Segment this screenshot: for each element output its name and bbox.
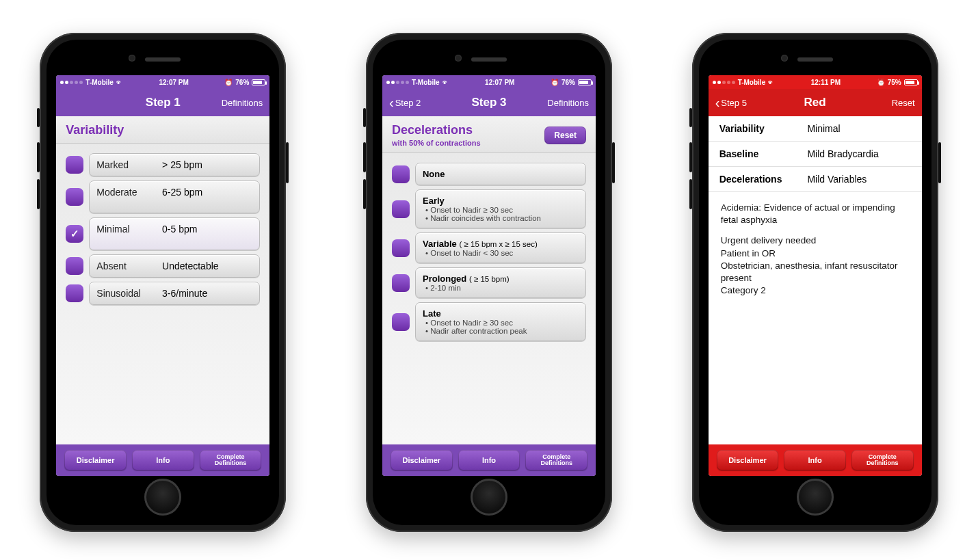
nav-definitions-button[interactable]: Definitions (536, 98, 589, 108)
phone-frame-2: T-Mobile ᯤ 12:07 PM ⏰ 76% ‹ Step 2 (366, 33, 612, 532)
option-variable[interactable]: Variable ( ≥ 15 bpm x ≥ 15 sec) • Onset … (392, 232, 586, 263)
option-sinusoidal[interactable]: Sinusoidal 3-6/minute (66, 282, 260, 305)
complete-definitions-button[interactable]: Complete Definitions (851, 450, 914, 470)
clock-label: 12:07 PM (159, 79, 188, 86)
signal-dots-icon (60, 81, 83, 84)
option-label: Moderate (96, 187, 162, 207)
option-none[interactable]: None (392, 163, 586, 185)
alarm-icon: ⏰ (551, 79, 559, 86)
summary-row-baseline: Baseline Mild Bradycardia (709, 142, 922, 167)
option-marked[interactable]: Marked > 25 bpm (66, 153, 260, 176)
option-title: Early (423, 196, 445, 206)
carrier-label: T-Mobile (738, 79, 766, 86)
nav-bar: Step 1 Definitions (56, 89, 269, 116)
summary-key: Decelerations (719, 174, 808, 185)
summary-row-variability: Variability Minimal (709, 116, 922, 142)
summary-value: Mild Variables (807, 174, 910, 185)
checkbox-icon[interactable] (66, 284, 83, 302)
summary-row-decelerations: Decelerations Mild Variables (709, 167, 922, 192)
option-prolonged[interactable]: Prolonged ( ≥ 15 bpm) • 2-10 min (392, 267, 586, 298)
info-button[interactable]: Info (784, 450, 846, 470)
option-title: Late (423, 308, 441, 319)
home-button[interactable] (797, 479, 834, 516)
screen-step1: T-Mobile ᯤ 12:07 PM ⏰ 76% Step 1 Definit… (56, 75, 269, 476)
battery-percent: 76% (561, 79, 575, 86)
bottom-bar: Disclaimer Info Complete Definitions (56, 444, 269, 476)
option-early[interactable]: Early • Onset to Nadir ≥ 30 sec • Nadir … (392, 189, 586, 228)
checkbox-icon[interactable] (392, 165, 410, 183)
summary-line: Category 2 (721, 284, 910, 297)
option-label: Absent (96, 261, 162, 271)
battery-percent: 76% (235, 79, 249, 86)
checkbox-icon[interactable] (392, 239, 410, 257)
summary-value: Mild Bradycardia (807, 148, 910, 159)
checkbox-icon[interactable] (392, 274, 410, 292)
option-qualifier: ( ≥ 15 bpm x ≥ 15 sec) (459, 240, 537, 248)
nav-back-button[interactable]: ‹ Step 5 (715, 96, 769, 109)
checkbox-icon[interactable] (66, 257, 83, 275)
options-list: Marked > 25 bpm Moderate 6-25 bpm (56, 144, 269, 444)
option-minimal[interactable]: Minimal 0-5 bpm (66, 217, 260, 250)
option-bullet: • Nadir after contraction peak (423, 327, 579, 335)
screen-red: T-Mobile ᯤ 12:11 PM ⏰ 75% ‹ Step 5 (709, 75, 922, 476)
option-absent[interactable]: Absent Undetectable (66, 254, 260, 278)
clock-label: 12:11 PM (811, 79, 841, 86)
bottom-bar: Disclaimer Info Complete Definitions (382, 444, 596, 476)
info-button[interactable]: Info (132, 450, 194, 470)
options-list: None Early • Onset to Nadir ≥ 30 sec • N… (382, 153, 596, 444)
phone-frame-3: T-Mobile ᯤ 12:11 PM ⏰ 75% ‹ Step 5 (692, 33, 938, 532)
nav-definitions-button[interactable]: Definitions (209, 98, 263, 108)
checkbox-checked-icon[interactable] (66, 225, 83, 243)
summary-line: Patient in OR (721, 248, 910, 260)
checkbox-icon[interactable] (392, 313, 410, 331)
nav-bar: ‹ Step 2 Step 3 Definitions (382, 89, 596, 116)
summary-key: Baseline (719, 148, 808, 159)
nav-bar: ‹ Step 5 Red Reset (709, 89, 922, 116)
battery-icon (904, 79, 918, 85)
option-late[interactable]: Late • Onset to Nadir ≥ 30 sec • Nadir a… (392, 302, 586, 341)
status-bar: T-Mobile ᯤ 12:07 PM ⏰ 76% (56, 75, 269, 89)
option-title: None (423, 169, 445, 179)
section-header: Variability (56, 116, 269, 144)
info-button[interactable]: Info (458, 450, 520, 470)
nav-title: Step 3 (471, 96, 506, 109)
complete-definitions-button[interactable]: Complete Definitions (525, 450, 587, 470)
option-value: Undetectable (162, 261, 252, 271)
complete-definitions-button[interactable]: Complete Definitions (200, 450, 262, 470)
option-bullet: • 2-10 min (423, 284, 579, 292)
wifi-icon: ᯤ (442, 79, 449, 86)
home-button[interactable] (471, 479, 507, 516)
option-bullet: • Onset to Nadir ≥ 30 sec (423, 206, 579, 214)
carrier-label: T-Mobile (85, 79, 114, 86)
reset-button[interactable]: Reset (544, 126, 586, 144)
checkbox-icon[interactable] (66, 156, 83, 174)
option-value: 0-5 bpm (162, 224, 252, 244)
summary-line: Urgent delivery needed (721, 235, 910, 247)
carrier-label: T-Mobile (412, 79, 440, 86)
screen-step3: T-Mobile ᯤ 12:07 PM ⏰ 76% ‹ Step 2 (382, 75, 596, 476)
checkbox-icon[interactable] (66, 188, 83, 206)
signal-dots-icon (386, 81, 409, 84)
summary-key: Variability (719, 123, 808, 134)
nav-reset-button[interactable]: Reset (862, 98, 915, 108)
battery-percent: 75% (888, 79, 901, 86)
signal-dots-icon (713, 81, 735, 84)
clock-label: 12:07 PM (485, 79, 514, 86)
disclaimer-button[interactable]: Disclaimer (64, 450, 127, 470)
option-title: Variable (423, 239, 457, 249)
disclaimer-button[interactable]: Disclaimer (391, 450, 453, 470)
checkbox-icon[interactable] (392, 200, 410, 218)
section-title: Decelerations (392, 123, 481, 137)
nav-title: Step 1 (146, 96, 181, 109)
disclaimer-button[interactable]: Disclaimer (717, 450, 779, 470)
nav-back-button[interactable]: ‹ Step 2 (389, 96, 442, 109)
status-bar: T-Mobile ᯤ 12:11 PM ⏰ 75% (709, 75, 922, 89)
section-subtitle: with 50% of contractions (392, 139, 481, 147)
status-bar: T-Mobile ᯤ 12:07 PM ⏰ 76% (382, 75, 596, 89)
bottom-bar: Disclaimer Info Complete Definitions (709, 444, 922, 476)
home-button[interactable] (144, 479, 181, 516)
option-label: Sinusoidal (96, 288, 162, 299)
option-label: Marked (96, 159, 162, 170)
option-moderate[interactable]: Moderate 6-25 bpm (66, 181, 260, 213)
summary-panel: Variability Minimal Baseline Mild Bradyc… (709, 116, 922, 444)
